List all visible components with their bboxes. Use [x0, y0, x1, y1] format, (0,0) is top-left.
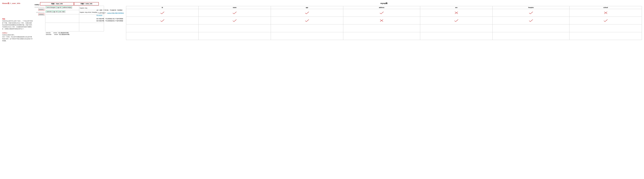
rowkey-body1: 它是hbase表的行索引。 [2, 34, 33, 36]
rowkey-header-label: rowkey [34, 4, 40, 5]
check-icon [603, 19, 608, 22]
th-id: id [126, 6, 198, 9]
check-icon [454, 19, 459, 22]
rowkey-val-1: 0000001 [38, 8, 44, 10]
check-icon [160, 11, 165, 14]
liezu-body: 它是在hbase表中列上进行了划分，一个hbase表中有很多个列族，列族它是表的… [2, 20, 33, 30]
version-section: name:lisi version：插入数据的时间戳 name:lisisi v… [46, 32, 95, 35]
td-r1-id [126, 9, 198, 17]
version-name2: name:lisisi [46, 34, 52, 35]
mysql-header-row: id name age address sex hoopies school [126, 6, 642, 9]
cell-path-prefix: 一个cell中包括了：rowkey+列族+列族下的列的名称+version [96, 12, 125, 16]
annotations-section: 列族： 它是在hbase表中列上进行了划分，一个hbase表中有很多个列族，列族… [2, 7, 33, 42]
td-empty [492, 24, 570, 32]
max-version-desc: 最大的版本数：可以保留最多多少个版本的数据 [96, 20, 125, 22]
th-age: age [271, 6, 343, 9]
td-empty [198, 24, 271, 32]
td-empty [570, 24, 642, 32]
page-container: hbase表: t_user_info 列族： 它是在hbase表中列上进行了划… [0, 0, 644, 46]
check-icon [304, 11, 310, 14]
td-r1-hoopies [492, 9, 570, 17]
cell-path-link: rowkey+列族+列族下的列的名称+version [96, 12, 124, 16]
check-icon [160, 19, 165, 22]
mysql-title: mysql表 [126, 2, 642, 5]
td-empty [271, 24, 343, 32]
td-r1-name [198, 9, 271, 17]
th-hoopies: hoopies [492, 6, 570, 9]
rowkey-values: 0000001xxxxxxxx 0000001 000000111111 000… [34, 6, 45, 31]
cell-detail-section: cell：就是一个单元格，可以确定某一列的数据 一个cell中包括了：rowke… [96, 2, 125, 44]
cell-tag-address1: address:beijing [62, 6, 72, 8]
cell-tag-sex2: sex: male [58, 11, 66, 13]
mysql-section: mysql表 id name age address sex hoopies s… [126, 2, 642, 44]
min-version-desc: 最小的版本数：可以保留最少多少个版本的数据 [96, 18, 125, 20]
table-row: name:zhangsan age:30 address:beijing hop… [45, 6, 104, 10]
cf1-empty1 [45, 14, 79, 23]
rowkey-annotation: rowkey： 它是hbase表的行索引。 它有一个特性：hbase表中的数据是… [2, 32, 33, 42]
check-icon [528, 11, 534, 14]
th-school: school [570, 6, 642, 9]
td-empty [492, 32, 570, 40]
cell-tag-age1: age:30 [56, 6, 62, 8]
rowkey-full-2: 000000111111 [36, 12, 44, 13]
cf1-header: 列族1：base_info [40, 2, 74, 5]
td-r2-address [343, 17, 420, 24]
td-empty [420, 32, 492, 40]
cell-tag-name1: name:zhangsan [46, 6, 56, 8]
td-empty [126, 24, 198, 32]
cf1-empty2 [45, 23, 79, 31]
table-row [126, 17, 642, 24]
cf1-row1: name:zhangsan age:30 address:beijing [45, 6, 79, 10]
td-r2-id [126, 17, 198, 24]
td-r2-hoopies [492, 17, 570, 24]
check-icon [304, 19, 310, 22]
td-empty [126, 32, 198, 40]
td-empty [198, 32, 271, 40]
check-icon [379, 11, 384, 14]
version-desc2: version：插入数据的时间戳 [54, 34, 70, 35]
table-row-empty [126, 24, 642, 32]
th-address: address [343, 6, 420, 9]
hbase-table-body: 0000001xxxxxxxx 0000001 000000111111 000… [34, 6, 95, 31]
version-desc1: version：插入数据的时间戳 [54, 32, 68, 34]
td-r1-sex [420, 9, 492, 17]
rowkey-title: rowkey： [2, 32, 33, 34]
cross-icon [604, 11, 608, 14]
version-row-2: name:lisisi version：插入数据的时间戳 [46, 34, 95, 35]
table-row-empty2 [45, 23, 104, 31]
cell-tag-age2: age :40 [53, 11, 58, 13]
td-empty [271, 32, 343, 40]
cell-detail-box: cell：就是一个单元格，可以确定某一列的数据 一个cell中包括了：rowke… [96, 9, 125, 22]
version-row-1: name:lisi version：插入数据的时间戳 [46, 32, 95, 34]
cf2-header: 列族2：extra_info [74, 2, 99, 5]
left-panel: hbase表: t_user_info 列族： 它是在hbase表中列上进行了划… [2, 2, 33, 44]
check-icon [528, 19, 534, 22]
cf2-val2: hoppies: sing school: shanghai [80, 11, 97, 13]
td-r2-sex [420, 17, 492, 24]
cross-icon [380, 19, 384, 22]
cf1-row2: name:lisi age :40 sex: male [45, 10, 79, 14]
th-sex: sex [420, 6, 492, 9]
rowkey-body2: 它有一个特性：hbase表中的数据是按照rowkey的字典序进行排列，这个特性对… [2, 36, 33, 42]
cell-desc: cell：就是一个单元格，可以确定某一列的数据 一个cell中包括了：rowke… [96, 9, 125, 22]
td-empty [420, 24, 492, 32]
td-empty [570, 32, 642, 40]
td-empty [343, 24, 420, 32]
table-row: name:lisi age :40 sex: male hoppies: sin… [45, 10, 104, 14]
table-row [126, 9, 642, 17]
liezu-annotation: 列族： 它是在hbase表中列上进行了划分，一个hbase表中有很多个列族，列族… [2, 18, 33, 30]
cell-desc-text: cell：就是一个单元格，可以确定某一列的数据 [96, 9, 125, 11]
mysql-table-wrapper: id name age address sex hoopies school [126, 6, 642, 40]
td-r2-name [198, 17, 271, 24]
td-r2-age [271, 17, 343, 24]
td-r1-address [343, 9, 420, 17]
rowkey-full-1: 0000001xxxxxxxx [34, 6, 44, 8]
hbase-grid: name:zhangsan age:30 address:beijing hop… [45, 6, 104, 31]
hbase-table-section: rowkey 列族1：base_info 列族2：extra_info 0000… [34, 2, 95, 44]
td-r2-school [570, 17, 642, 24]
table-row-empty [126, 32, 642, 40]
cross-icon [454, 11, 458, 14]
cf1-tags-row1: name:zhangsan age:30 address:beijing [46, 6, 78, 8]
liezu-title: 列族： [2, 18, 33, 20]
th-name: name [198, 6, 271, 9]
